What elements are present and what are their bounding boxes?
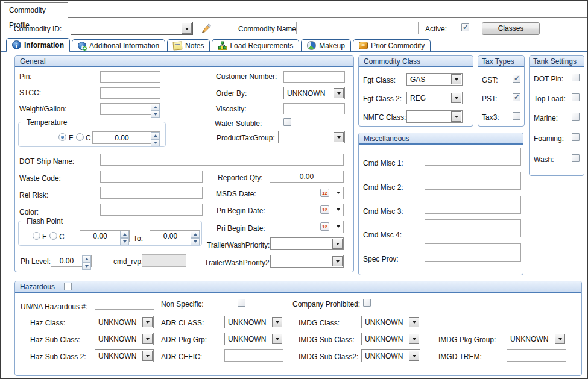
pin-input[interactable]: [100, 71, 160, 83]
spin-down-icon[interactable]: [191, 238, 200, 245]
spinner-buttons[interactable]: [120, 231, 129, 242]
imgd-trem-input[interactable]: [507, 349, 566, 362]
spin-up-icon[interactable]: [82, 255, 91, 263]
spin-down-icon[interactable]: [151, 111, 160, 118]
temperature-input[interactable]: [93, 132, 151, 143]
adr-class-select[interactable]: UNKNOWN: [224, 316, 283, 328]
cmd-misc3-input[interactable]: [425, 196, 521, 214]
waste-code-input[interactable]: [100, 171, 203, 183]
dropdown-arrow-icon[interactable]: [272, 334, 282, 344]
tab-information[interactable]: Information: [6, 38, 70, 52]
spinner-buttons[interactable]: [151, 132, 160, 143]
reported-qty-input[interactable]: [270, 171, 344, 183]
customer-number-input[interactable]: [283, 71, 345, 83]
commodity-id-combobox[interactable]: [71, 22, 193, 35]
cmd-msc4-input[interactable]: [425, 219, 521, 237]
flash-point-c-radio[interactable]: [49, 232, 57, 240]
dropdown-arrow-icon[interactable]: [451, 111, 461, 122]
imdg-sub-class2-select[interactable]: UNKNOWN: [361, 349, 420, 362]
dropdown-arrow-icon[interactable]: [182, 23, 192, 34]
dropdown-arrow-icon[interactable]: [142, 351, 153, 361]
calendar-icon[interactable]: [320, 189, 329, 197]
spinner-buttons[interactable]: [82, 255, 91, 266]
fgt-class-select[interactable]: GAS: [406, 73, 463, 86]
flash-point-to-spinner[interactable]: [150, 230, 200, 242]
dropdown-arrow-icon[interactable]: [334, 132, 344, 142]
tab-notes[interactable]: Notes: [167, 39, 210, 52]
dropdown-arrow-icon[interactable]: [337, 225, 340, 230]
cmd-misc1-input[interactable]: [425, 148, 521, 166]
commodity-name-input[interactable]: [296, 22, 419, 34]
product-tax-group-select[interactable]: [278, 131, 345, 143]
haz-class-select[interactable]: UNKNOWN: [95, 316, 154, 328]
calendar-icon[interactable]: [320, 222, 329, 231]
trailer-wash-priority-select[interactable]: [270, 237, 344, 250]
hazardous-checkbox[interactable]: [64, 283, 72, 290]
dropdown-arrow-icon[interactable]: [409, 317, 419, 327]
weight-gallon-spinner[interactable]: [100, 103, 160, 115]
temperature-f-radio[interactable]: [58, 133, 66, 141]
trailer-wash-priority2-select[interactable]: [270, 255, 344, 268]
spin-up-icon[interactable]: [191, 231, 200, 238]
dropdown-arrow-icon[interactable]: [334, 88, 344, 98]
dropdown-arrow-icon[interactable]: [337, 192, 340, 196]
dropdown-arrow-icon[interactable]: [451, 74, 461, 84]
adr-pkg-grp-select[interactable]: UNKNOWN: [224, 333, 283, 345]
spinner-buttons[interactable]: [151, 104, 160, 114]
temperature-c-radio[interactable]: [76, 133, 84, 141]
temperature-spinner[interactable]: [92, 131, 160, 144]
active-checkbox[interactable]: [461, 23, 469, 31]
nmfc-class-select[interactable]: [406, 110, 463, 123]
tab-additional-information[interactable]: Additional Information: [72, 39, 165, 52]
flash-point-from-spinner[interactable]: [80, 230, 130, 242]
color-input[interactable]: [100, 204, 203, 216]
haz-sub-class2-select[interactable]: UNKNOWN: [95, 349, 154, 362]
tax3-checkbox[interactable]: [513, 112, 520, 120]
ph-level-spinner[interactable]: [51, 255, 92, 267]
top-load-checkbox[interactable]: [572, 93, 580, 101]
classes-button[interactable]: Classes: [482, 22, 540, 35]
dropdown-arrow-icon[interactable]: [332, 256, 343, 266]
imdg-sub-class-select[interactable]: UNKNOWN: [361, 333, 420, 345]
wash-checkbox[interactable]: [572, 154, 580, 162]
flash-point-f-radio[interactable]: [33, 232, 40, 240]
haz-sub-class-select[interactable]: UNKNOWN: [95, 333, 154, 345]
spin-up-icon[interactable]: [151, 104, 160, 111]
msds-date-picker[interactable]: [270, 187, 344, 199]
foaming-checkbox[interactable]: [572, 133, 580, 141]
pst-checkbox[interactable]: [513, 93, 520, 101]
spin-down-icon[interactable]: [151, 139, 160, 146]
adr-cefic-input[interactable]: [224, 349, 283, 362]
tab-commodity-profile[interactable]: Commodity Profile: [4, 2, 68, 18]
spin-up-icon[interactable]: [120, 231, 129, 238]
spinner-buttons[interactable]: [191, 231, 200, 242]
dropdown-arrow-icon[interactable]: [337, 208, 340, 213]
marine-checkbox[interactable]: [572, 113, 580, 121]
spin-up-icon[interactable]: [151, 132, 160, 139]
cmd-misc2-input[interactable]: [425, 172, 521, 190]
dropdown-arrow-icon[interactable]: [332, 239, 343, 249]
imdg-pkg-group-select[interactable]: UNKNOWN: [507, 333, 566, 345]
dot-pin-checkbox[interactable]: [572, 74, 580, 81]
spec-prov-input[interactable]: [425, 243, 521, 262]
spin-down-icon[interactable]: [120, 238, 129, 245]
stcc-input[interactable]: [100, 87, 160, 99]
dot-ship-name-input[interactable]: [100, 154, 344, 166]
order-by-select[interactable]: UNKNOWN: [283, 87, 345, 99]
dropdown-arrow-icon[interactable]: [142, 317, 153, 327]
company-prohibited-checkbox[interactable]: [363, 299, 371, 307]
tab-load-requirements[interactable]: Load Requirements: [212, 39, 299, 52]
fgt-class2-select[interactable]: REG: [406, 92, 463, 104]
imdg-class-select[interactable]: UNKNOWN: [361, 316, 420, 328]
un-na-hazardous-input[interactable]: [95, 298, 154, 310]
pri-begin-date2-picker[interactable]: [270, 221, 344, 233]
non-specific-checkbox[interactable]: [238, 299, 245, 307]
dropdown-arrow-icon[interactable]: [451, 93, 461, 103]
dropdown-arrow-icon[interactable]: [409, 351, 419, 361]
dropdown-arrow-icon[interactable]: [409, 334, 419, 344]
tab-prior-commodity[interactable]: Prior Commodity: [353, 39, 431, 52]
spin-down-icon[interactable]: [82, 263, 91, 270]
weight-gallon-input[interactable]: [101, 104, 151, 114]
pencil-icon[interactable]: [200, 23, 212, 34]
tab-makeup[interactable]: Makeup: [301, 39, 351, 52]
